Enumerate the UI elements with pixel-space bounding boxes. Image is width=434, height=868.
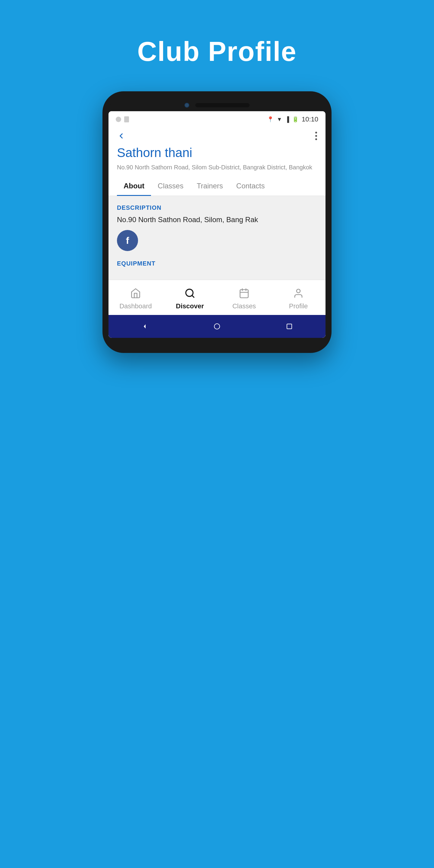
bottom-nav: Dashboard Discover — [108, 280, 326, 315]
phone-shell: 📍 ▼ ▐ 🔋 10:10 Sathorn thani No. — [102, 91, 332, 353]
tab-trainers[interactable]: Trainers — [190, 176, 230, 195]
android-nav — [108, 315, 326, 338]
dashboard-label: Dashboard — [119, 302, 152, 310]
svg-rect-9 — [287, 324, 292, 329]
nav-item-profile[interactable]: Profile — [280, 286, 316, 310]
app-bar — [108, 126, 326, 146]
tab-about[interactable]: About — [117, 176, 151, 195]
profile-label: Profile — [289, 302, 308, 310]
wifi-icon: ▼ — [277, 116, 282, 123]
phone-bottom-bar — [108, 338, 326, 347]
club-address: No.90 North Sathorn Road, Silom Sub-Dist… — [117, 163, 317, 172]
status-circle-icon — [116, 117, 121, 122]
description-text: No.90 North Sathon Road, Silom, Bang Rak — [117, 216, 317, 224]
dashboard-icon — [128, 286, 143, 301]
page-title: Club Profile — [137, 36, 297, 67]
classes-label: Classes — [232, 302, 256, 310]
content-area: DESCRIPTION No.90 North Sathon Road, Sil… — [108, 196, 326, 280]
front-camera — [184, 103, 189, 107]
phone-screen: 📍 ▼ ▐ 🔋 10:10 Sathorn thani No. — [108, 111, 326, 338]
svg-line-1 — [192, 296, 194, 298]
nav-item-discover[interactable]: Discover — [172, 286, 208, 310]
description-label: DESCRIPTION — [117, 204, 317, 211]
status-bar: 📍 ▼ ▐ 🔋 10:10 — [108, 111, 326, 126]
back-android-button[interactable] — [138, 320, 151, 333]
svg-marker-7 — [144, 324, 146, 329]
home-android-button[interactable] — [211, 320, 223, 333]
more-button[interactable] — [315, 132, 317, 140]
tabs-bar: About Classes Trainers Contacts — [108, 176, 326, 196]
location-icon: 📍 — [267, 116, 274, 123]
nav-item-classes[interactable]: Classes — [226, 286, 262, 310]
equipment-section: EQUIPMENT — [117, 260, 317, 267]
phone-top-bar — [108, 97, 326, 111]
facebook-button[interactable]: f — [117, 230, 138, 251]
svg-point-6 — [297, 289, 300, 293]
speaker-grille — [195, 103, 250, 107]
discover-label: Discover — [176, 302, 204, 310]
status-square-icon — [124, 116, 129, 122]
club-name: Sathorn thani — [117, 146, 317, 160]
status-time: 10:10 — [302, 116, 318, 123]
discover-icon — [183, 286, 197, 301]
signal-icon: ▐ — [285, 116, 289, 123]
tab-contacts[interactable]: Contacts — [230, 176, 272, 195]
tab-classes[interactable]: Classes — [151, 176, 190, 195]
svg-rect-2 — [240, 290, 248, 298]
recents-android-button[interactable] — [283, 320, 296, 333]
back-button[interactable] — [117, 132, 125, 140]
nav-item-dashboard[interactable]: Dashboard — [118, 286, 154, 310]
battery-icon: 🔋 — [292, 116, 299, 123]
classes-icon — [237, 286, 251, 301]
club-info: Sathorn thani No.90 North Sathorn Road, … — [108, 146, 326, 176]
svg-point-8 — [214, 324, 220, 329]
profile-icon — [291, 286, 306, 301]
equipment-label: EQUIPMENT — [117, 260, 317, 267]
